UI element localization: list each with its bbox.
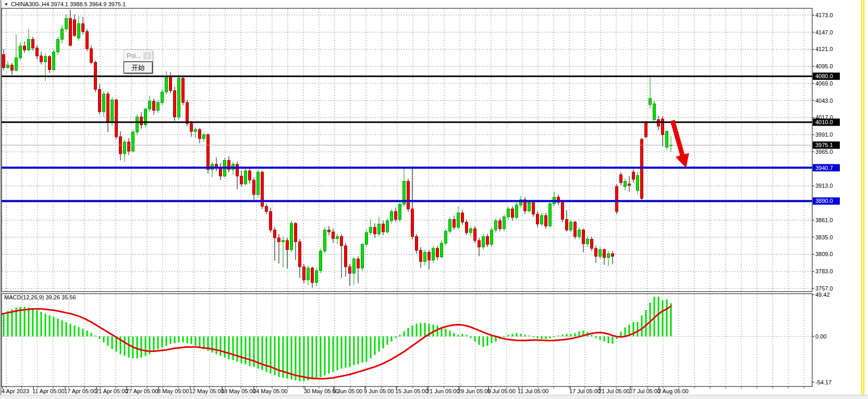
candle	[40, 52, 43, 65]
time-label: 5 Jul 05:00	[487, 388, 516, 394]
macd-indicator-label: MACD(12,26,9) 39.26 35.56	[4, 294, 76, 300]
candle	[65, 15, 68, 32]
candle	[566, 210, 568, 231]
macd-histogram-bar	[199, 336, 201, 347]
macd-histogram-bar	[604, 336, 605, 342]
candle	[599, 247, 602, 259]
macd-histogram-bar	[57, 319, 59, 336]
candle	[215, 158, 218, 171]
candle	[99, 84, 101, 114]
macd-histogram-bar	[162, 336, 163, 347]
candle	[128, 138, 130, 155]
macd-histogram-bar	[479, 336, 480, 345]
candle	[474, 226, 476, 243]
candle	[449, 217, 451, 234]
candle	[595, 246, 597, 263]
price-tick-label: 4095.0	[815, 63, 833, 69]
candle	[236, 162, 239, 189]
macd-histogram-bar	[141, 336, 142, 358]
candle	[524, 197, 527, 214]
time-axis[interactable]: 4 Apr 202311 Apr 05:0017 Apr 05:0021 Apr…	[2, 386, 804, 394]
macd-histogram-bar	[11, 309, 13, 336]
time-label: 8 May 05:00	[157, 388, 189, 394]
macd-histogram-bar	[87, 331, 88, 336]
time-label: 9 Jun 05:00	[364, 388, 394, 394]
candle	[532, 200, 535, 217]
price-badge-label: 3975.1	[815, 142, 833, 148]
candle	[607, 251, 610, 266]
candle	[324, 227, 326, 253]
price-tick-label: 4173.0	[815, 12, 833, 18]
macd-histogram-bar	[7, 311, 9, 336]
macd-histogram-bar	[178, 336, 180, 342]
candle	[662, 116, 664, 147]
macd-histogram-bar	[166, 336, 167, 346]
price-tick-label: 4069.0	[815, 80, 833, 87]
macd-histogram-bar	[299, 336, 301, 381]
candle	[165, 71, 168, 94]
candle	[470, 226, 472, 236]
time-label: 27 Jul 05:00	[629, 388, 661, 394]
script-dialog-titlebar[interactable]: Poi... x	[124, 50, 153, 62]
macd-histogram-bar	[574, 333, 576, 336]
candle	[57, 37, 59, 55]
symbol-dropdown-icon[interactable]: ▼	[4, 2, 8, 7]
candle	[357, 256, 360, 283]
candle	[549, 201, 552, 227]
down-arrow-annotation[interactable]	[673, 120, 689, 168]
candle	[228, 156, 230, 172]
candle	[645, 121, 647, 139]
macd-histogram-bar	[529, 335, 530, 336]
start-button[interactable]: 开始	[124, 62, 153, 74]
macd-histogram-bar	[112, 336, 113, 349]
macd-histogram-bar	[420, 323, 422, 336]
window-right-edge-line	[861, 0, 862, 395]
macd-histogram-bar	[358, 336, 359, 365]
price-axis[interactable]: 4173.04147.04121.04095.04069.04043.04017…	[812, 12, 840, 385]
time-label: 21 Jul 05:00	[598, 388, 630, 394]
candle	[637, 172, 639, 195]
macd-histogram-bar	[220, 336, 222, 356]
macd-histogram-bar	[16, 308, 17, 336]
candle	[211, 162, 214, 177]
macd-histogram-bar	[103, 336, 105, 342]
macd-histogram-bar	[91, 333, 92, 336]
macd-histogram-bar	[391, 336, 393, 342]
candle	[328, 226, 331, 235]
macd-histogram-bar	[658, 297, 659, 336]
macd-histogram-bar	[36, 310, 38, 336]
macd-tick-label: 0.00	[815, 333, 826, 340]
candle	[561, 200, 564, 222]
candle	[282, 236, 285, 267]
macd-histogram-bar	[245, 336, 247, 365]
candle	[136, 114, 139, 135]
macd-histogram-bar	[508, 335, 509, 336]
script-dialog-title: Poi...	[127, 52, 141, 59]
candle	[461, 210, 464, 225]
macd-histogram-bar	[433, 324, 434, 336]
candle	[203, 132, 205, 142]
candle	[157, 100, 160, 113]
macd-histogram-bar	[412, 325, 413, 336]
candle	[149, 96, 151, 112]
macd-histogram-bar	[491, 336, 493, 343]
macd-histogram-bar	[70, 324, 71, 336]
close-icon[interactable]: x	[143, 52, 151, 59]
macd-histogram-bar	[462, 334, 463, 336]
candle	[332, 228, 335, 243]
candle	[365, 230, 368, 247]
candle	[178, 75, 180, 120]
candle	[516, 202, 518, 220]
macd-histogram-bar	[558, 335, 559, 336]
time-label: 4 Apr 2023	[2, 388, 29, 394]
macd-histogram-bar	[416, 324, 418, 336]
macd-histogram-bar	[549, 336, 551, 338]
time-label: 17 Jul 05:00	[569, 388, 601, 394]
candle	[119, 131, 122, 160]
candle	[390, 209, 393, 224]
macd-histogram-bar	[49, 315, 51, 336]
symbol-period-label: CHINA300-,H4	[11, 1, 49, 7]
candle	[219, 163, 222, 180]
candle	[511, 207, 514, 221]
macd-histogram-bar	[666, 299, 668, 336]
